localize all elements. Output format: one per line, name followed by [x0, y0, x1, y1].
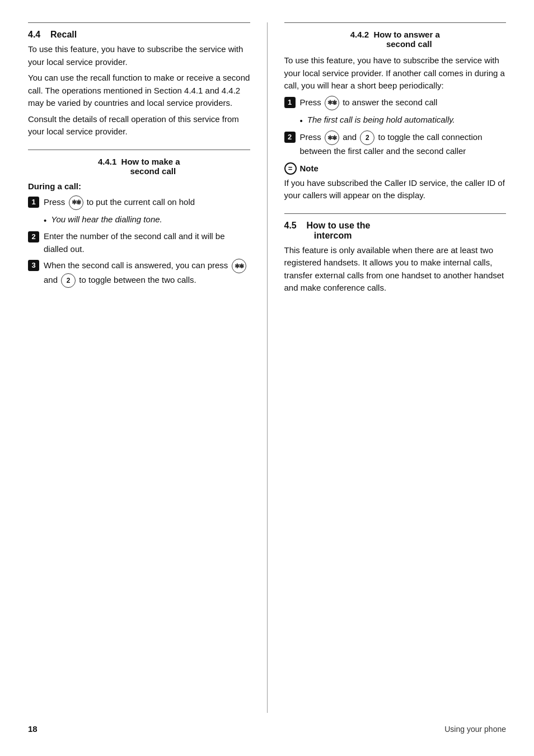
footer: 18 Using your phone — [28, 713, 506, 734]
section-4-5-title: 4.5 How to use the intercom — [284, 221, 507, 241]
divider-4-4 — [28, 22, 250, 23]
section-4-4-para-3: Consult the details of recall operation … — [28, 113, 250, 138]
bullet-dot: • — [44, 214, 46, 227]
section-num-4-4: 4.4 — [28, 30, 40, 39]
step-num-r1: 1 — [284, 97, 296, 108]
step-2-4-4-2: 2 Press ✱✱R and 2 to toggle the call con… — [284, 130, 507, 158]
step-2-4-4-1: 2 Enter the number of the second call an… — [28, 230, 250, 255]
note-block: = Note If you have subscribed the Caller… — [284, 162, 507, 202]
section-4-5-body: This feature is only available when ther… — [284, 244, 507, 295]
step-list-4-4-2: 1 Press ✱✱R to answer the second call • … — [284, 96, 507, 158]
step-list-4-4-1: 1 Press ✱✱R to put the current call on h… — [28, 195, 250, 288]
section-4-4-1: 4.4.1 How to make a second call During a… — [28, 150, 250, 288]
page-number: 18 — [28, 724, 38, 734]
section-4-5: 4.5 How to use the intercom This feature… — [284, 213, 507, 295]
footer-label: Using your phone — [444, 725, 506, 734]
section-4-4-title: 4.4 Recall — [28, 30, 250, 40]
note-label: Note — [300, 164, 318, 173]
section-4-4: 4.4 Recall To use this feature, you have… — [28, 22, 250, 138]
step-num-2: 2 — [28, 231, 39, 242]
step-3-text: When the second call is answered, you ca… — [44, 259, 250, 288]
num-2-button-2: 2 — [360, 130, 374, 145]
r-star-button-3: ✱✱R — [325, 96, 339, 110]
note-icon: = — [284, 162, 297, 175]
section-4-4-2: 4.4.2 How to answer a second call To use… — [284, 22, 507, 202]
page: 4.4 Recall To use this feature, you have… — [0, 0, 534, 756]
step-1-text: Press ✱✱R to put the current call on hol… — [44, 195, 250, 210]
step-r1-text: Press ✱✱R to answer the second call — [300, 96, 507, 110]
r-star-button-1: ✱✱R — [69, 195, 83, 210]
bullet-dot-r: • — [300, 115, 303, 128]
during-label: During a call: — [28, 181, 250, 191]
step-r2-text: Press ✱✱R and 2 to toggle the call conne… — [300, 130, 507, 158]
divider-4-4-2 — [284, 22, 507, 23]
step-2-text: Enter the number of the second call and … — [44, 230, 250, 255]
section-4-4-2-title: 4.4.2 How to answer a second call — [284, 30, 507, 49]
right-column: 4.4.2 How to answer a second call To use… — [268, 22, 507, 713]
note-text: If you have subscribed the Caller ID ser… — [284, 177, 507, 202]
step-num-1: 1 — [28, 197, 39, 208]
section-4-4-2-body: To use this feature, you have to subscri… — [284, 54, 507, 92]
section-label-4-4: Recall — [50, 30, 77, 39]
divider-4-5 — [284, 213, 507, 214]
r-star-button-4: ✱✱R — [325, 130, 339, 145]
section-4-4-para-1: To use this feature, you have to subscri… — [28, 43, 250, 68]
step-1-4-4-1: 1 Press ✱✱R to put the current call on h… — [28, 195, 250, 210]
columns: 4.4 Recall To use this feature, you have… — [28, 22, 506, 713]
r-star-button-2: ✱✱R — [232, 259, 246, 273]
note-header: = Note — [284, 162, 507, 175]
step-num-3: 3 — [28, 260, 39, 271]
bullet-item-1-4-4-2: • The first call is being hold automatic… — [300, 114, 507, 128]
bullet-item-1-4-4-1: • You will hear the dialling tone. — [44, 213, 250, 227]
section-4-4-para-2: You can use the recall function to make … — [28, 72, 250, 110]
num-2-button-1: 2 — [61, 273, 76, 288]
bullet-text-1: You will hear the dialling tone. — [51, 213, 162, 226]
left-column: 4.4 Recall To use this feature, you have… — [28, 22, 268, 713]
section-4-4-1-title: 4.4.1 How to make a second call — [28, 157, 250, 176]
divider-4-4-1 — [28, 150, 250, 150]
bullet-text-r1: The first call is being hold automatical… — [307, 114, 455, 127]
step-1-4-4-2: 1 Press ✱✱R to answer the second call — [284, 96, 507, 110]
step-3-4-4-1: 3 When the second call is answered, you … — [28, 259, 250, 288]
step-num-r2: 2 — [284, 132, 296, 143]
